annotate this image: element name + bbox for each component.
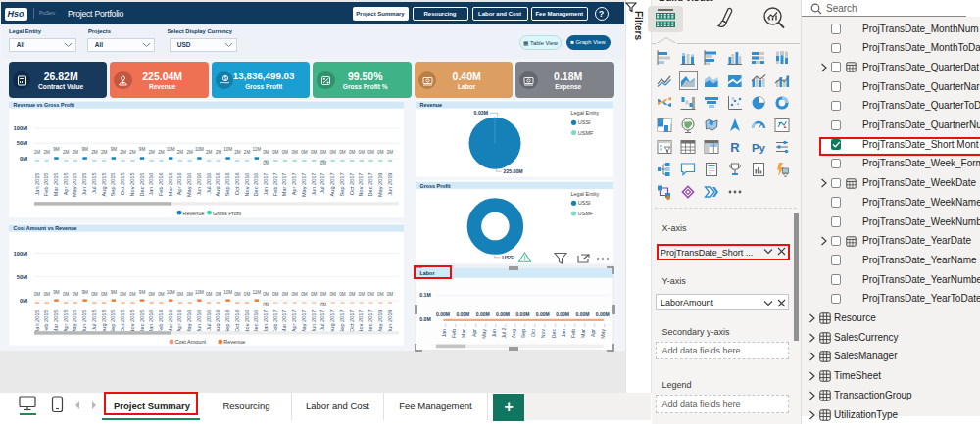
svg-text:10M: 10M xyxy=(223,147,232,152)
svg-text:0M: 0M xyxy=(158,292,165,297)
svg-text:0M: 0M xyxy=(176,292,183,297)
svg-text:0M: 0M xyxy=(272,150,279,155)
svg-text:USMF: USMF xyxy=(578,130,594,136)
svg-text:10M: 10M xyxy=(166,147,174,152)
svg-text:May 2015: May 2015 xyxy=(72,309,77,334)
svg-text:Aug 2016: Aug 2016 xyxy=(215,309,220,333)
svg-text:50M: 50M xyxy=(16,140,26,146)
svg-text:May 2017: May 2017 xyxy=(300,173,306,198)
svg-text:Jun 2015: Jun 2015 xyxy=(81,309,87,332)
svg-text:Revenue vs Gross Profit: Revenue vs Gross Profit xyxy=(13,102,74,108)
svg-text:Dec 2015: Dec 2015 xyxy=(138,173,144,197)
svg-text:0M: 0M xyxy=(358,150,365,155)
svg-text:2M: 2M xyxy=(186,150,193,155)
svg-text:Apr ...: Apr ... xyxy=(471,323,477,337)
svg-text:0M: 0M xyxy=(310,150,317,155)
svg-text:Oct ...: Oct ... xyxy=(530,323,536,337)
svg-text:Oct 2016: Oct 2016 xyxy=(233,173,239,196)
svg-text:225.00M: 225.00M xyxy=(504,168,523,174)
svg-text:0.00M: 0.00M xyxy=(456,310,469,316)
svg-text:Feb 2016: Feb 2016 xyxy=(157,309,163,333)
svg-text:Dec 2017: Dec 2017 xyxy=(368,173,373,197)
svg-text:0M: 0M xyxy=(62,292,69,297)
svg-text:Nov 2016: Nov 2016 xyxy=(243,309,249,333)
svg-text:Mar 2015: Mar 2015 xyxy=(52,173,58,197)
svg-text:Revenue: Revenue xyxy=(420,102,442,108)
svg-text:0M: 0M xyxy=(386,292,393,297)
svg-text:May 2019: May 2019 xyxy=(376,173,382,198)
svg-text:9M: 9M xyxy=(138,289,145,294)
svg-text:2M: 2M xyxy=(120,150,126,155)
svg-text:0.00M: 0.00M xyxy=(575,310,589,316)
svg-text:0M: 0M xyxy=(43,292,50,297)
svg-text:0M: 0M xyxy=(339,150,346,155)
svg-text:Mar 2017: Mar 2017 xyxy=(281,173,287,197)
svg-text:0M: 0M xyxy=(186,292,193,297)
svg-text:Gross Profit: Gross Profit xyxy=(420,182,451,188)
svg-text:0.00M: 0.00M xyxy=(536,310,550,316)
svg-text:R: R xyxy=(730,140,740,155)
svg-text:Sep 2017: Sep 2017 xyxy=(338,173,344,197)
svg-text:Revenue: Revenue xyxy=(223,339,245,345)
svg-text:0M: 0M xyxy=(129,292,136,297)
svg-text:Jan 2017: Jan 2017 xyxy=(263,309,269,332)
svg-text:0M: 0M xyxy=(263,150,270,155)
svg-text:0M: 0M xyxy=(358,292,365,297)
svg-text:0M: 0M xyxy=(368,150,374,155)
svg-text:Jan 2015: Jan 2015 xyxy=(33,173,39,196)
svg-text:May 2019: May 2019 xyxy=(376,309,382,334)
svg-text:Apr ...: Apr ... xyxy=(590,323,596,337)
svg-text:Oct 2017: Oct 2017 xyxy=(348,173,354,196)
svg-text:2M: 2M xyxy=(243,150,250,155)
svg-text:10M: 10M xyxy=(166,289,174,294)
svg-text:0.00M: 0.00M xyxy=(515,310,529,316)
svg-text:0M: 0M xyxy=(263,303,270,307)
svg-text:Aug 2017: Aug 2017 xyxy=(329,309,335,333)
svg-text:Mar 2015: Mar 2015 xyxy=(52,309,58,333)
svg-text:0M: 0M xyxy=(205,292,212,297)
svg-text:0M: 0M xyxy=(33,292,40,297)
svg-text:2M: 2M xyxy=(100,150,107,155)
svg-text:Nov 2017: Nov 2017 xyxy=(358,309,364,333)
svg-text:USSI: USSI xyxy=(578,119,591,125)
svg-text:0M: 0M xyxy=(291,150,298,155)
svg-text:0M: 0M xyxy=(329,292,336,297)
svg-text:2M: 2M xyxy=(176,150,183,155)
svg-text:May 2015: May 2015 xyxy=(72,173,77,198)
svg-text:Legal Entity: Legal Entity xyxy=(571,110,600,116)
svg-text:Jan 2016: Jan 2016 xyxy=(148,173,154,196)
svg-text:10M: 10M xyxy=(223,289,232,294)
svg-text:0.03M: 0.03M xyxy=(474,110,488,116)
svg-text:Cost Amount: Cost Amount xyxy=(174,339,206,345)
svg-text:Nov 2015: Nov 2015 xyxy=(128,173,134,197)
svg-text:2M: 2M xyxy=(215,150,221,155)
svg-text:0M: 0M xyxy=(386,150,393,155)
svg-text:Feb ...: Feb ... xyxy=(570,323,576,338)
svg-text:Sep 2016: Sep 2016 xyxy=(224,309,230,333)
svg-text:9M: 9M xyxy=(110,147,117,152)
svg-text:0.00M: 0.00M xyxy=(596,310,610,316)
svg-text:Oct 2015: Oct 2015 xyxy=(120,173,125,196)
svg-text:0.00M: 0.00M xyxy=(476,310,490,316)
svg-text:2M: 2M xyxy=(234,150,241,155)
svg-text:Apr 2015: Apr 2015 xyxy=(62,173,68,196)
svg-text:Feb 2017: Feb 2017 xyxy=(271,309,277,333)
svg-text:10M: 10M xyxy=(194,289,203,294)
svg-text:0M: 0M xyxy=(148,292,155,297)
svg-text:Jun 2017: Jun 2017 xyxy=(310,173,316,196)
svg-text:!: ! xyxy=(523,255,525,261)
svg-text:Gross Profit: Gross Profit xyxy=(213,211,242,216)
svg-text:2M: 2M xyxy=(158,150,165,155)
svg-text:Jul 2017: Jul 2017 xyxy=(319,173,325,194)
svg-text:0M: 0M xyxy=(19,156,26,162)
svg-text:Dec 2016: Dec 2016 xyxy=(253,172,259,196)
svg-text:9M: 9M xyxy=(81,147,88,152)
svg-text:0M: 0M xyxy=(281,292,288,297)
svg-text:0M: 0M xyxy=(272,292,279,297)
svg-text:Sep 2015: Sep 2015 xyxy=(110,173,116,197)
svg-text:Mar 2016: Mar 2016 xyxy=(167,173,172,197)
svg-text:USSI: USSI xyxy=(578,200,591,206)
svg-text:Feb 2015: Feb 2015 xyxy=(43,173,49,197)
svg-text:May 2017: May 2017 xyxy=(300,309,306,334)
svg-text:0M: 0M xyxy=(348,150,355,155)
